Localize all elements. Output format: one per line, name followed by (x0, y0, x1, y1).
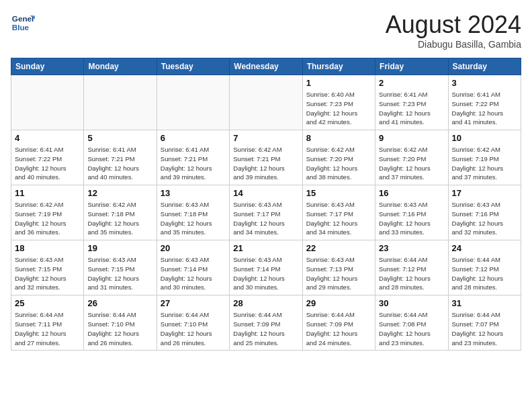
calendar-cell: 10Sunrise: 6:42 AM Sunset: 7:19 PM Dayli… (448, 130, 521, 185)
calendar-cell: 13Sunrise: 6:43 AM Sunset: 7:18 PM Dayli… (157, 185, 229, 240)
day-number: 26 (87, 298, 152, 308)
calendar-cell: 7Sunrise: 6:42 AM Sunset: 7:21 PM Daylig… (230, 130, 302, 185)
weekday-header-monday: Monday (84, 58, 157, 75)
day-number: 28 (233, 298, 298, 308)
day-info: Sunrise: 6:40 AM Sunset: 7:23 PM Dayligh… (306, 90, 371, 127)
calendar-week-row-5: 25Sunrise: 6:44 AM Sunset: 7:11 PM Dayli… (11, 295, 521, 351)
day-info: Sunrise: 6:42 AM Sunset: 7:19 PM Dayligh… (15, 200, 80, 237)
day-number: 5 (87, 133, 152, 143)
weekday-header-tuesday: Tuesday (157, 58, 229, 75)
calendar-week-row-3: 11Sunrise: 6:42 AM Sunset: 7:19 PM Dayli… (11, 185, 521, 240)
calendar-cell: 6Sunrise: 6:41 AM Sunset: 7:21 PM Daylig… (157, 130, 229, 185)
day-info: Sunrise: 6:43 AM Sunset: 7:17 PM Dayligh… (306, 200, 371, 237)
day-info: Sunrise: 6:42 AM Sunset: 7:18 PM Dayligh… (87, 200, 152, 237)
day-number: 13 (161, 188, 226, 198)
day-number: 21 (233, 243, 298, 253)
day-info: Sunrise: 6:41 AM Sunset: 7:21 PM Dayligh… (87, 145, 152, 182)
day-info: Sunrise: 6:42 AM Sunset: 7:20 PM Dayligh… (306, 145, 371, 182)
calendar-cell: 29Sunrise: 6:44 AM Sunset: 7:09 PM Dayli… (302, 295, 375, 351)
day-number: 19 (87, 243, 152, 253)
calendar-cell: 19Sunrise: 6:43 AM Sunset: 7:15 PM Dayli… (84, 240, 157, 295)
page-header: General Blue August 2024 Diabugu Basilla… (11, 11, 521, 50)
title-block: August 2024 Diabugu Basilla, Gambia (386, 11, 521, 50)
calendar-cell: 4Sunrise: 6:41 AM Sunset: 7:22 PM Daylig… (11, 130, 84, 185)
weekday-header-wednesday: Wednesday (230, 58, 302, 75)
day-number: 20 (161, 243, 226, 253)
day-number: 24 (452, 243, 517, 253)
logo-icon: General Blue (11, 11, 35, 35)
day-info: Sunrise: 6:43 AM Sunset: 7:14 PM Dayligh… (233, 255, 298, 292)
weekday-header-row: SundayMondayTuesdayWednesdayThursdayFrid… (11, 58, 521, 75)
calendar-cell: 18Sunrise: 6:43 AM Sunset: 7:15 PM Dayli… (11, 240, 84, 295)
calendar-cell: 2Sunrise: 6:41 AM Sunset: 7:23 PM Daylig… (375, 75, 448, 130)
day-info: Sunrise: 6:44 AM Sunset: 7:11 PM Dayligh… (15, 310, 80, 347)
calendar-cell: 30Sunrise: 6:44 AM Sunset: 7:08 PM Dayli… (375, 295, 448, 351)
day-info: Sunrise: 6:42 AM Sunset: 7:21 PM Dayligh… (233, 145, 298, 182)
day-info: Sunrise: 6:43 AM Sunset: 7:16 PM Dayligh… (452, 200, 517, 237)
calendar-cell: 3Sunrise: 6:41 AM Sunset: 7:22 PM Daylig… (448, 75, 521, 130)
day-info: Sunrise: 6:43 AM Sunset: 7:15 PM Dayligh… (15, 255, 80, 292)
calendar-cell (84, 75, 157, 130)
calendar-cell: 8Sunrise: 6:42 AM Sunset: 7:20 PM Daylig… (302, 130, 375, 185)
calendar-cell: 20Sunrise: 6:43 AM Sunset: 7:14 PM Dayli… (157, 240, 229, 295)
day-number: 12 (87, 188, 152, 198)
calendar-cell: 26Sunrise: 6:44 AM Sunset: 7:10 PM Dayli… (84, 295, 157, 351)
day-info: Sunrise: 6:43 AM Sunset: 7:15 PM Dayligh… (87, 255, 152, 292)
day-number: 17 (452, 188, 517, 198)
day-info: Sunrise: 6:44 AM Sunset: 7:12 PM Dayligh… (452, 255, 517, 292)
logo: General Blue (11, 11, 35, 35)
day-info: Sunrise: 6:44 AM Sunset: 7:08 PM Dayligh… (379, 310, 444, 347)
day-info: Sunrise: 6:43 AM Sunset: 7:17 PM Dayligh… (233, 200, 298, 237)
svg-text:General: General (12, 14, 35, 23)
day-number: 30 (379, 298, 444, 308)
calendar-week-row-4: 18Sunrise: 6:43 AM Sunset: 7:15 PM Dayli… (11, 240, 521, 295)
calendar-cell: 17Sunrise: 6:43 AM Sunset: 7:16 PM Dayli… (448, 185, 521, 240)
calendar-cell: 22Sunrise: 6:43 AM Sunset: 7:13 PM Dayli… (302, 240, 375, 295)
calendar-cell: 11Sunrise: 6:42 AM Sunset: 7:19 PM Dayli… (11, 185, 84, 240)
day-number: 25 (15, 298, 80, 308)
day-info: Sunrise: 6:41 AM Sunset: 7:21 PM Dayligh… (161, 145, 226, 182)
calendar-cell: 15Sunrise: 6:43 AM Sunset: 7:17 PM Dayli… (302, 185, 375, 240)
day-info: Sunrise: 6:41 AM Sunset: 7:22 PM Dayligh… (452, 90, 517, 127)
calendar-table: SundayMondayTuesdayWednesdayThursdayFrid… (11, 58, 521, 351)
day-number: 11 (15, 188, 80, 198)
day-number: 22 (306, 243, 371, 253)
calendar-cell: 1Sunrise: 6:40 AM Sunset: 7:23 PM Daylig… (302, 75, 375, 130)
calendar-cell: 9Sunrise: 6:42 AM Sunset: 7:20 PM Daylig… (375, 130, 448, 185)
weekday-header-saturday: Saturday (448, 58, 521, 75)
month-year-title: August 2024 (386, 11, 521, 39)
day-number: 3 (452, 78, 517, 88)
day-number: 16 (379, 188, 444, 198)
day-number: 27 (161, 298, 226, 308)
day-number: 29 (306, 298, 371, 308)
calendar-week-row-2: 4Sunrise: 6:41 AM Sunset: 7:22 PM Daylig… (11, 130, 521, 185)
day-number: 18 (15, 243, 80, 253)
calendar-cell: 5Sunrise: 6:41 AM Sunset: 7:21 PM Daylig… (84, 130, 157, 185)
calendar-cell (230, 75, 302, 130)
day-number: 9 (379, 133, 444, 143)
calendar-cell: 27Sunrise: 6:44 AM Sunset: 7:10 PM Dayli… (157, 295, 229, 351)
calendar-week-row-1: 1Sunrise: 6:40 AM Sunset: 7:23 PM Daylig… (11, 75, 521, 130)
calendar-cell (157, 75, 229, 130)
day-info: Sunrise: 6:42 AM Sunset: 7:19 PM Dayligh… (452, 145, 517, 182)
day-number: 8 (306, 133, 371, 143)
day-info: Sunrise: 6:44 AM Sunset: 7:12 PM Dayligh… (379, 255, 444, 292)
day-info: Sunrise: 6:44 AM Sunset: 7:10 PM Dayligh… (87, 310, 152, 347)
day-number: 1 (306, 78, 371, 88)
weekday-header-friday: Friday (375, 58, 448, 75)
calendar-cell: 25Sunrise: 6:44 AM Sunset: 7:11 PM Dayli… (11, 295, 84, 351)
calendar-cell: 28Sunrise: 6:44 AM Sunset: 7:09 PM Dayli… (230, 295, 302, 351)
day-info: Sunrise: 6:43 AM Sunset: 7:18 PM Dayligh… (161, 200, 226, 237)
day-info: Sunrise: 6:43 AM Sunset: 7:14 PM Dayligh… (161, 255, 226, 292)
weekday-header-sunday: Sunday (11, 58, 84, 75)
day-info: Sunrise: 6:43 AM Sunset: 7:16 PM Dayligh… (379, 200, 444, 237)
day-info: Sunrise: 6:43 AM Sunset: 7:13 PM Dayligh… (306, 255, 371, 292)
calendar-cell: 24Sunrise: 6:44 AM Sunset: 7:12 PM Dayli… (448, 240, 521, 295)
weekday-header-thursday: Thursday (302, 58, 375, 75)
day-number: 7 (233, 133, 298, 143)
day-number: 23 (379, 243, 444, 253)
calendar-cell: 12Sunrise: 6:42 AM Sunset: 7:18 PM Dayli… (84, 185, 157, 240)
day-info: Sunrise: 6:44 AM Sunset: 7:09 PM Dayligh… (306, 310, 371, 347)
svg-text:Blue: Blue (12, 23, 30, 32)
calendar-cell: 21Sunrise: 6:43 AM Sunset: 7:14 PM Dayli… (230, 240, 302, 295)
